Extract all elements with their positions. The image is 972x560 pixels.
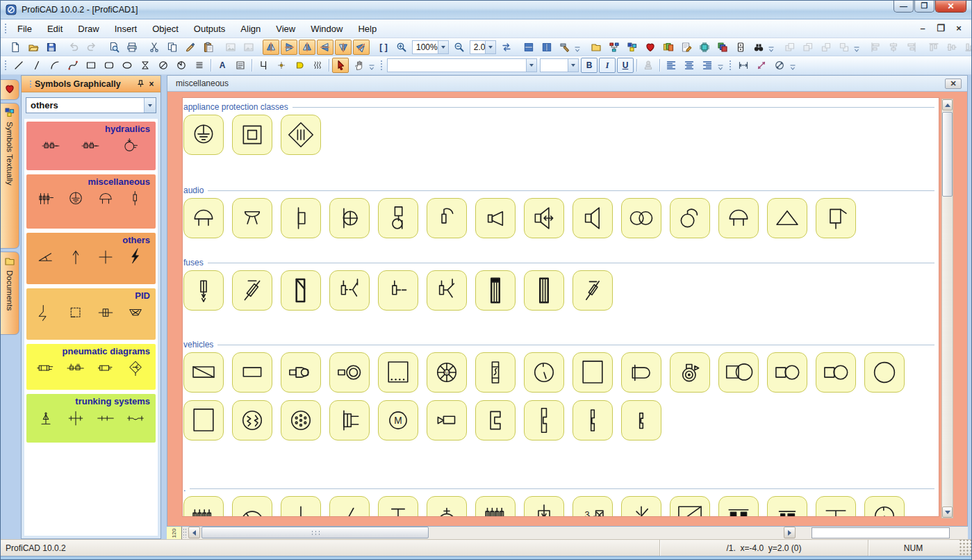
toolbar-button-yellow-folder[interactable]: [588, 40, 604, 55]
symbol-tile-dome-legs[interactable]: [183, 198, 224, 238]
palette-symbol-small-plug[interactable]: [125, 188, 146, 209]
palette-symbol-train[interactable]: [65, 358, 86, 379]
toolbar-button-arc-curve[interactable]: [47, 58, 63, 73]
toolbar-button-swap-arrows[interactable]: [498, 40, 515, 55]
symbol-tile-clock[interactable]: [864, 496, 905, 517]
symbol-group-dropdown[interactable]: others: [26, 97, 156, 113]
dropdown-arrow-icon[interactable]: [144, 98, 156, 113]
toolbar-button-binoculars-search[interactable]: [750, 40, 767, 55]
palette-symbol-angle[interactable]: [35, 247, 56, 267]
symbol-tile-fuse-diag[interactable]: [232, 270, 272, 311]
toolbar2-grip[interactable]: [379, 59, 383, 72]
toolbar-button-new-page[interactable]: [7, 40, 24, 55]
toolbar-button-symbols-tree[interactable]: [606, 40, 623, 55]
symbol-tile-t-bar-box[interactable]: [816, 496, 856, 517]
palette-symbol-diamond-tri[interactable]: [125, 358, 146, 379]
toolbar-button-favorites-heart[interactable]: [642, 40, 659, 55]
toolbar-button-rows-layout[interactable]: [520, 40, 537, 55]
toolbar-button-open-folder[interactable]: [25, 40, 42, 55]
font-size-combo[interactable]: [540, 58, 579, 72]
palette-symbol-cross-ticks[interactable]: [65, 408, 86, 429]
palette-symbol-pump-train[interactable]: [80, 135, 101, 156]
symbol-tile-z-bracket-thin[interactable]: [573, 400, 613, 440]
toolbar-button-dimension-diameter[interactable]: [771, 58, 788, 73]
palette-symbol-dash-square[interactable]: [65, 302, 86, 323]
panel-close-icon[interactable]: ×: [146, 79, 157, 90]
dropdown-arrow-icon[interactable]: [526, 59, 536, 72]
toolbar-overflow-chevron-icon[interactable]: [789, 58, 797, 73]
toolbar-button-copy-pages[interactable]: [164, 40, 181, 55]
scroll-left-arrow[interactable]: [188, 527, 200, 538]
symbol-tile-clock[interactable]: [524, 352, 564, 393]
toolbar-button-mirror-left-triangles[interactable]: [353, 40, 370, 55]
menu-item-draw[interactable]: Draw: [70, 21, 106, 37]
symbol-tile-rect-plain[interactable]: [232, 352, 272, 393]
symbol-tile-big-square[interactable]: [183, 400, 224, 440]
palette-symbol-port-box2[interactable]: [95, 358, 116, 379]
palette-symbol-zigzag-step[interactable]: [35, 302, 56, 323]
toolbar-button-columns-layout[interactable]: [538, 40, 555, 55]
symbol-tile-speaker-arrows[interactable]: [524, 198, 564, 238]
toolbar-button-node-cross[interactable]: [273, 58, 290, 73]
symbol-tile-black-bars-small[interactable]: [767, 496, 807, 517]
vertical-scroll-thumb[interactable]: [942, 112, 953, 197]
symbol-tile-gauge-needle[interactable]: [232, 496, 272, 517]
symbol-tile-fuse-diag-small[interactable]: [573, 270, 613, 311]
pin-icon[interactable]: [135, 79, 146, 90]
toolbar2-grip[interactable]: [3, 59, 7, 72]
toolbar-button-underline[interactable]: U: [617, 58, 634, 73]
toolbar-button-select-arrow[interactable]: [332, 58, 349, 73]
symbol-tile-circle-big[interactable]: [864, 352, 905, 393]
toolbar-button-flip-down-triangles[interactable]: [317, 40, 333, 55]
symbol-tile-stub-ring[interactable]: [329, 352, 370, 393]
symbol-tile-circle-dots[interactable]: [281, 400, 321, 440]
toolbar-button-text-align-left[interactable]: [663, 58, 679, 73]
toolbar-overflow-chevron-icon[interactable]: [853, 40, 860, 55]
symbol-tile-square-circle[interactable]: [718, 352, 759, 393]
hscroll-splitter[interactable]: [183, 528, 188, 538]
toolbar-button-pan-hand[interactable]: [350, 58, 367, 73]
maximize-button[interactable]: ❒: [914, 0, 934, 13]
toolbar-button-colored-squares[interactable]: [624, 40, 641, 55]
dropdown-arrow-icon[interactable]: [568, 59, 578, 72]
dropdown-arrow-icon[interactable]: [438, 41, 448, 53]
palette-symbol-pole[interactable]: [35, 408, 56, 429]
toolbar-button-print-preview[interactable]: [106, 40, 122, 55]
toolbar-button-text-block[interactable]: [232, 58, 249, 73]
symbol-tile-t-diag[interactable]: [378, 496, 418, 517]
toolbar-button-circle-slash[interactable]: [155, 58, 172, 73]
symbol-tile-rect-diag[interactable]: [183, 352, 224, 393]
mdi-close-button[interactable]: ×: [953, 22, 965, 34]
scroll-right-arrow[interactable]: [784, 527, 796, 538]
menu-grip[interactable]: [3, 22, 7, 35]
toolbar-overflow-chevron-icon[interactable]: [574, 40, 581, 55]
toolbar-button-italic[interactable]: I: [599, 58, 616, 73]
symbol-tile-box-arrow[interactable]: [524, 496, 564, 517]
symbol-tile-fuse-dash[interactable]: [378, 270, 418, 311]
symbol-tile-handset[interactable]: [378, 198, 418, 238]
sidebar-tab-documents[interactable]: Documents: [1, 252, 19, 335]
sidebar-tab-symbols-graphically[interactable]: [1, 79, 19, 100]
toolbar-button-zoom-in-magnifier[interactable]: [393, 40, 410, 55]
toolbar-button-stacked-lines[interactable]: [191, 58, 208, 73]
toolbar-button-bold[interactable]: B: [581, 58, 598, 73]
toolbar-button-bezier-curve[interactable]: [65, 58, 81, 73]
toolbar-button-domino[interactable]: [732, 40, 749, 55]
mdi-restore-button[interactable]: ❐: [934, 22, 947, 34]
symbol-tile-connector-prongs[interactable]: [329, 400, 370, 440]
scroll-down-arrow[interactable]: [942, 507, 953, 518]
toolbar-button-hourglass-shape[interactable]: [137, 58, 154, 73]
menu-item-object[interactable]: Object: [145, 21, 186, 37]
toolbar-button-ellipse[interactable]: [119, 58, 135, 73]
sidebar-tab-symbols-textually[interactable]: Symbols Textually: [1, 103, 19, 249]
palette-symbol-plus-cross[interactable]: [95, 247, 116, 267]
symbol-tile-fuse-filled-top[interactable]: [475, 270, 516, 311]
toolbar-overflow-chevron-icon[interactable]: [368, 58, 376, 73]
symbol-tile-fuse-arrow[interactable]: [183, 270, 224, 311]
toolbar-button-line-diagonal[interactable]: [10, 58, 27, 73]
symbol-tile-fuse-bold-diag[interactable]: [281, 270, 321, 311]
symbol-tile-square-in-square[interactable]: [232, 115, 272, 155]
horizontal-scroll-thumb[interactable]: [201, 527, 429, 538]
dropdown-arrow-icon[interactable]: [485, 41, 495, 53]
symbol-tile-camera[interactable]: [427, 400, 467, 440]
